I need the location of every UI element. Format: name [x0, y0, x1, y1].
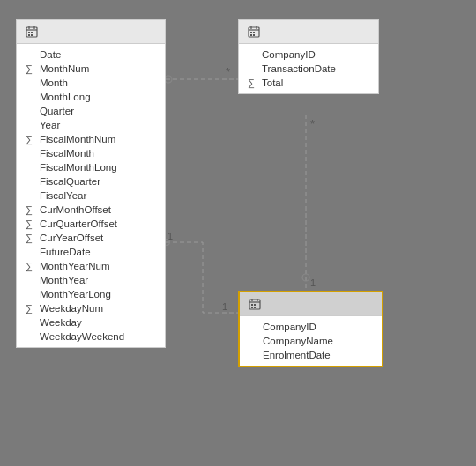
- svg-text:1: 1: [310, 277, 316, 288]
- field-row: ∑WeekdayNum: [17, 301, 165, 315]
- field-name: WeekdayWeekend: [40, 331, 124, 342]
- field-name: EnrolmentDate: [263, 350, 331, 360]
- svg-text:1: 1: [167, 231, 173, 241]
- svg-rect-26: [250, 34, 252, 36]
- field-name: CompanyID: [263, 322, 316, 332]
- calendar-table-body: Date∑MonthNumMonthMonthLongQuarterYear∑F…: [17, 44, 165, 347]
- svg-rect-18: [28, 34, 30, 36]
- field-row: WeekdayWeekend: [17, 329, 165, 344]
- field-row: Month: [17, 76, 165, 90]
- svg-rect-35: [254, 307, 256, 308]
- field-row: Year: [17, 118, 165, 132]
- calendar-table: Date∑MonthNumMonthMonthLongQuarterYear∑F…: [16, 19, 166, 348]
- field-name: CurQuarterOffset: [40, 218, 117, 229]
- table-icon-sales: [248, 26, 260, 38]
- field-row: FiscalYear: [17, 189, 165, 203]
- field-name: TransactionDate: [262, 63, 336, 74]
- field-name: WeekdayNum: [40, 303, 103, 314]
- svg-text:1: 1: [222, 301, 227, 312]
- field-row: ∑MonthNum: [17, 62, 165, 76]
- field-row: Quarter: [17, 104, 165, 118]
- field-name: FiscalYear: [40, 190, 86, 201]
- field-name: Weekday: [40, 317, 82, 328]
- field-name: CurYearOffset: [40, 233, 103, 243]
- svg-text:*: *: [310, 117, 315, 130]
- svg-rect-17: [31, 32, 33, 33]
- svg-point-2: [165, 76, 172, 83]
- field-name: MonthYear: [40, 275, 88, 285]
- field-name: FiscalMonth: [40, 148, 94, 159]
- field-name: CompanyID: [262, 49, 316, 60]
- field-name: CurMonthOffset: [40, 204, 111, 215]
- sales-table-body: CompanyIDTransactionDate∑Total: [239, 44, 378, 93]
- field-row: ∑CurMonthOffset: [17, 203, 165, 217]
- field-row: FiscalMonth: [17, 146, 165, 160]
- company-table: CompanyIDCompanyNameEnrolmentDate: [238, 291, 383, 367]
- field-row: MonthYearLong: [17, 287, 165, 301]
- company-table-body: CompanyIDCompanyNameEnrolmentDate: [240, 316, 382, 366]
- field-row: ∑Total: [239, 76, 378, 90]
- field-name: MonthLong: [40, 92, 91, 102]
- field-row: FutureDate: [17, 245, 165, 259]
- field-name: Date: [40, 49, 61, 60]
- field-name: Total: [262, 78, 283, 88]
- field-row: Weekday: [17, 315, 165, 329]
- field-row: CompanyID: [239, 48, 378, 62]
- svg-rect-25: [253, 32, 255, 33]
- field-row: CompanyID: [240, 320, 382, 334]
- svg-rect-33: [254, 304, 256, 306]
- company-table-header: [240, 292, 382, 316]
- table-icon-calendar: [26, 26, 38, 38]
- svg-rect-27: [253, 34, 255, 36]
- svg-rect-34: [251, 307, 253, 308]
- svg-text:*: *: [226, 65, 230, 78]
- field-row: ∑CurYearOffset: [17, 231, 165, 245]
- field-name: FiscalMonthNum: [40, 134, 115, 144]
- sigma-icon: ∑: [26, 63, 36, 74]
- svg-rect-24: [250, 32, 252, 33]
- field-row: MonthLong: [17, 90, 165, 104]
- field-name: MonthYearLong: [40, 289, 111, 300]
- sigma-icon: ∑: [26, 261, 36, 271]
- calendar-table-header: [17, 20, 165, 44]
- svg-point-9: [302, 274, 309, 281]
- field-row: ∑MonthYearNum: [17, 259, 165, 273]
- field-name: FutureDate: [40, 247, 91, 257]
- field-row: FiscalMonthLong: [17, 160, 165, 174]
- sigma-icon: ∑: [26, 204, 36, 215]
- field-name: Year: [40, 120, 60, 130]
- field-row: Date: [17, 48, 165, 62]
- field-name: Quarter: [40, 106, 74, 116]
- sales-table: CompanyIDTransactionDate∑Total: [238, 19, 379, 94]
- field-name: FiscalMonthLong: [40, 162, 117, 173]
- field-row: MonthYear: [17, 273, 165, 287]
- field-name: MonthNum: [40, 63, 89, 74]
- sigma-icon: ∑: [248, 78, 258, 88]
- field-name: FiscalQuarter: [40, 176, 100, 187]
- sigma-icon: ∑: [26, 233, 36, 243]
- field-row: ∑FiscalMonthNum: [17, 132, 165, 146]
- sigma-icon: ∑: [26, 134, 36, 144]
- sales-table-header: [239, 20, 378, 44]
- svg-rect-32: [251, 304, 253, 306]
- field-row: EnrolmentDate: [240, 348, 382, 362]
- field-row: TransactionDate: [239, 62, 378, 76]
- table-icon-company: [249, 298, 261, 310]
- field-row: FiscalQuarter: [17, 174, 165, 189]
- svg-rect-19: [31, 34, 33, 36]
- field-row: CompanyName: [240, 334, 382, 348]
- field-name: MonthYearNum: [40, 261, 109, 271]
- sigma-icon: ∑: [26, 218, 36, 229]
- sigma-icon: ∑: [26, 303, 36, 314]
- field-name: CompanyName: [263, 336, 333, 346]
- field-name: Month: [40, 78, 68, 88]
- field-row: ∑CurQuarterOffset: [17, 217, 165, 231]
- svg-rect-16: [28, 32, 30, 33]
